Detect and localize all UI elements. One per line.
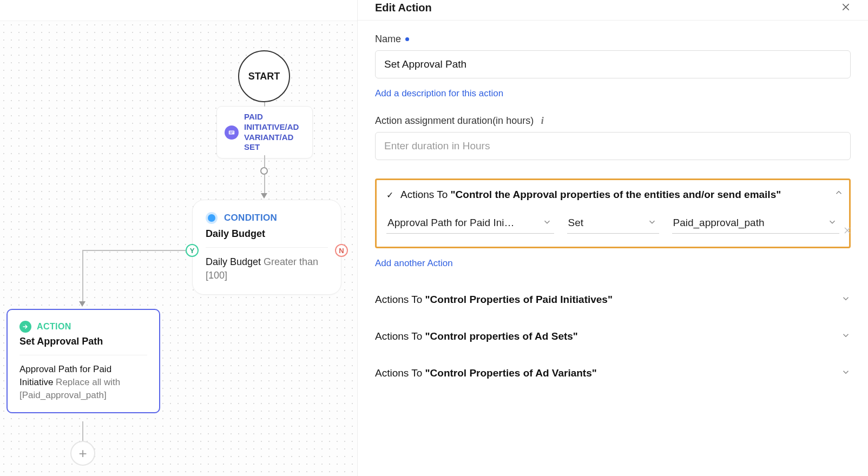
connector <box>264 175 265 193</box>
name-input[interactable] <box>375 50 851 78</box>
chevron-down-icon <box>841 330 851 342</box>
condition-field: Daily Budget <box>206 256 261 267</box>
condition-detail: Daily Budget Greater than [100] <box>206 255 328 282</box>
connector <box>264 155 265 167</box>
start-node[interactable]: START <box>238 50 290 102</box>
add-description-link[interactable]: Add a description for this action <box>375 88 503 99</box>
action-detail: Approval Path for Paid Initiative Replac… <box>19 363 147 401</box>
entity-icon <box>225 125 239 140</box>
actions-ad-variants-section[interactable]: Actions To "Control Properties of Ad Var… <box>375 367 851 379</box>
panel-title: Edit Action <box>375 2 432 14</box>
connector <box>82 250 83 302</box>
actions-paid-initiatives-section[interactable]: Actions To "Control Properties of Paid I… <box>375 294 851 306</box>
connector <box>82 250 186 251</box>
remove-row-icon[interactable] <box>843 225 852 237</box>
action-icon <box>19 321 31 333</box>
entity-text: PAID INITIATIVE/AD VARIANT/AD SET <box>244 112 307 153</box>
section-title: Actions To "Control the Approval propert… <box>400 189 781 201</box>
chevron-down-icon <box>841 367 851 379</box>
condition-icon <box>203 209 220 226</box>
condition-node[interactable]: CONDITION Daily Budget Daily Budget Grea… <box>192 200 341 295</box>
edit-action-panel: Edit Action Name Add a description for t… <box>357 0 868 476</box>
entity-chip[interactable]: PAID INITIATIVE/AD VARIANT/AD SET <box>216 106 313 158</box>
svg-rect-1 <box>230 131 234 132</box>
add-another-action-link[interactable]: Add another Action <box>375 258 453 269</box>
required-dot-icon <box>405 37 409 41</box>
arrow-down-icon <box>261 193 267 199</box>
actions-ad-sets-section[interactable]: Actions To "Control properties of Ad Set… <box>375 330 851 342</box>
divider <box>206 247 328 248</box>
condition-label: CONDITION <box>224 213 277 223</box>
yes-badge[interactable]: Y <box>186 244 199 257</box>
svg-rect-2 <box>230 133 233 133</box>
chevron-down-icon <box>841 294 851 306</box>
duration-input[interactable] <box>375 132 851 160</box>
connector <box>82 421 83 441</box>
condition-title: Daily Budget <box>206 228 328 240</box>
add-node-button[interactable]: + <box>70 441 95 466</box>
action-property-select[interactable]: Approval Path for Paid Ini… <box>386 214 554 234</box>
connector <box>264 102 265 107</box>
collapse-icon[interactable] <box>834 188 844 200</box>
start-label: START <box>248 71 280 82</box>
connector-node <box>260 167 268 175</box>
arrow-down-icon <box>79 301 86 307</box>
action-value-select[interactable]: Paid_approval_path <box>672 214 840 234</box>
duration-label: Action assignment duration(in hours) i <box>375 115 851 127</box>
action-title: Set Approval Path <box>19 336 147 347</box>
no-badge[interactable]: N <box>335 244 348 257</box>
workflow-canvas[interactable]: START PAID INITIATIVE/AD VARIANT/AD SET … <box>0 21 357 476</box>
chevron-down-icon <box>647 217 657 230</box>
actions-approval-section: ✓ Actions To "Control the Approval prope… <box>375 178 851 248</box>
action-operator-select[interactable]: Set <box>567 214 659 234</box>
chevron-down-icon <box>827 217 837 230</box>
svg-rect-0 <box>229 130 235 134</box>
close-icon[interactable] <box>841 1 851 15</box>
action-node[interactable]: ACTION Set Approval Path Approval Path f… <box>6 309 160 413</box>
name-label: Name <box>375 34 851 45</box>
action-label: ACTION <box>37 322 71 332</box>
check-icon: ✓ <box>386 190 395 200</box>
chevron-down-icon <box>542 217 552 230</box>
divider <box>19 355 147 355</box>
info-icon[interactable]: i <box>538 117 547 125</box>
